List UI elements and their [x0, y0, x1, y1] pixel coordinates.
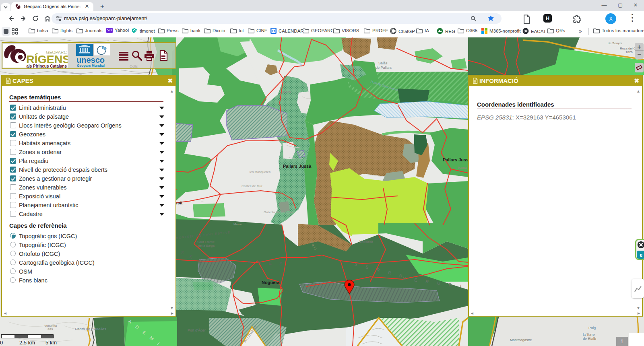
svg-text:Noguera: Noguera [262, 280, 280, 285]
svg-text:de la Sarga: de la Sarga [198, 244, 215, 247]
svg-text:Montmagastre: Montmagastre [510, 338, 532, 342]
svg-text:U: U [225, 257, 232, 262]
svg-text:als Pirineus Catalans: als Pirineus Catalans [26, 64, 67, 68]
svg-text:Salàs: Salàs [378, 61, 388, 65]
svg-text:de Pallars: de Pallars [376, 66, 392, 70]
svg-text:Llimiana: Llimiana [359, 239, 373, 243]
svg-text:les Mosqueres: les Mosqueres [250, 170, 270, 174]
svg-text:889: 889 [47, 327, 53, 331]
svg-text:Sant Esteve: Sant Esteve [197, 240, 215, 244]
svg-text:Vulturina: Vulturina [44, 324, 57, 327]
svg-text:Puig: Puig [588, 326, 596, 330]
svg-text:Talarn: Talarn [281, 90, 291, 94]
svg-text:Guàrdia de Noguera: Guàrdia de Noguera [264, 210, 293, 214]
svg-text:Isona: Isona [458, 166, 467, 170]
svg-text:Pallars Jussà: Pallars Jussà [283, 164, 312, 169]
svg-text:21: 21 [272, 29, 275, 33]
svg-text:1626: 1626 [625, 50, 633, 54]
svg-text:Pantà de Canelles: Pantà de Canelles [75, 327, 106, 331]
svg-text:Castell de Mur: Castell de Mur [242, 184, 262, 188]
svg-text:Pallars Jussà: Pallars Jussà [443, 157, 471, 162]
svg-text:de Senyís: de Senyís [608, 41, 622, 45]
svg-text:Port d'Àger: Port d'Àger [188, 328, 206, 332]
svg-text:de Rialb: de Rialb [583, 337, 596, 341]
svg-text:la Torre: la Torre [583, 333, 595, 337]
svg-text:Moror: Moror [233, 222, 242, 226]
